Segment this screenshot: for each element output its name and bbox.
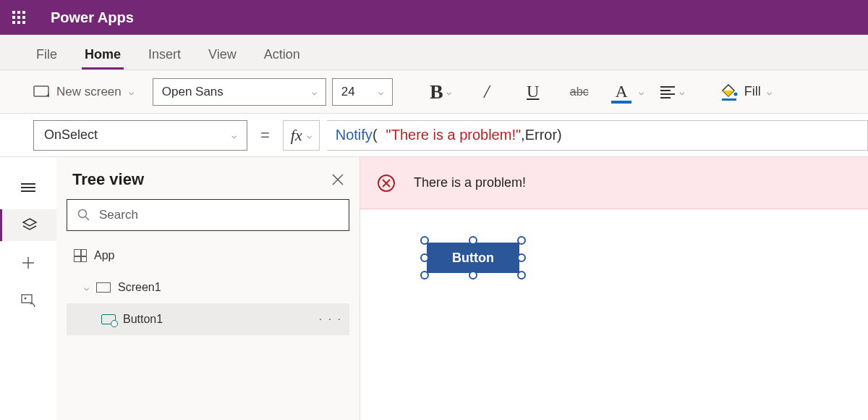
resize-handle-top-left[interactable] xyxy=(420,236,429,245)
font-size-select[interactable]: 24 ⌵ xyxy=(332,78,393,106)
resize-handle-bottom-middle[interactable] xyxy=(469,271,477,280)
tree-node-app[interactable]: App xyxy=(67,240,349,272)
bold-icon: B xyxy=(430,80,443,104)
selection-outline xyxy=(425,241,521,274)
chevron-down-icon: ⌵ xyxy=(639,87,644,97)
tree-node-screen1[interactable]: ⌵ Screen1 xyxy=(67,272,349,303)
error-icon xyxy=(376,173,396,193)
resize-handle-middle-right[interactable] xyxy=(517,253,526,262)
format-ribbon: + New screen ⌵ Open Sans ⌵ 24 ⌵ B ⌵ / U … xyxy=(0,70,868,114)
paint-bucket-icon xyxy=(720,83,739,101)
resize-handle-bottom-right[interactable] xyxy=(517,271,526,280)
formula-bar: OnSelect ⌵ = fx ⌵ Notify( "There is a pr… xyxy=(0,114,868,157)
font-size-value: 24 xyxy=(341,85,355,99)
svg-point-6 xyxy=(733,92,737,96)
left-rail xyxy=(0,157,56,420)
app-header: Power Apps xyxy=(0,0,868,35)
media-icon xyxy=(20,293,36,308)
equals-sign: = xyxy=(255,126,276,145)
screen-icon xyxy=(96,282,111,293)
resize-handle-bottom-left[interactable] xyxy=(420,271,429,280)
tree-node-button1[interactable]: Button1 · · · xyxy=(67,303,349,335)
resize-handle-top-middle[interactable] xyxy=(469,236,477,245)
app-launcher-button[interactable] xyxy=(7,6,30,29)
formula-token-id: Error xyxy=(525,127,557,143)
italic-icon: / xyxy=(484,81,489,103)
new-screen-button[interactable]: + New screen ⌵ xyxy=(33,85,134,99)
menu-insert[interactable]: Insert xyxy=(145,47,184,70)
svg-point-14 xyxy=(79,210,87,218)
tree-search-input[interactable]: Search xyxy=(67,199,349,231)
tree-node-label: Screen1 xyxy=(118,281,161,294)
font-color-icon: A xyxy=(607,77,636,106)
fx-icon: fx xyxy=(291,126,302,145)
notification-banner: There is a problem! xyxy=(360,157,868,209)
tree-view-panel: Tree view Search App ⌵ Screen1 Button1 ·… xyxy=(56,157,360,420)
svg-point-11 xyxy=(25,298,27,300)
svg-rect-7 xyxy=(722,98,736,101)
svg-text:+: + xyxy=(46,91,49,98)
menu-file[interactable]: File xyxy=(33,47,60,70)
rail-media-button[interactable] xyxy=(12,285,44,316)
app-icon xyxy=(74,249,87,262)
property-value: OnSelect xyxy=(44,127,98,143)
tree-view-close-button[interactable] xyxy=(332,174,344,185)
close-icon xyxy=(332,174,344,185)
align-button[interactable]: ⌵ xyxy=(652,77,692,106)
tree-node-label: App xyxy=(94,249,114,262)
menu-bar: File Home Insert View Action xyxy=(0,35,868,70)
font-family-select[interactable]: Open Sans ⌵ xyxy=(153,78,326,106)
menu-view[interactable]: View xyxy=(205,47,239,70)
search-icon xyxy=(77,209,90,222)
fx-menu-button[interactable]: fx ⌵ xyxy=(283,120,320,151)
formula-input[interactable]: Notify( "There is a problem!" , Error) xyxy=(327,120,868,151)
resize-handle-top-right[interactable] xyxy=(517,236,526,245)
new-screen-label: New screen xyxy=(56,85,122,99)
chevron-down-icon: ⌵ xyxy=(767,87,772,97)
new-screen-icon: + xyxy=(33,85,49,98)
canvas-area[interactable]: There is a problem! Button xyxy=(360,157,868,420)
chevron-down-icon: ⌵ xyxy=(679,87,684,97)
svg-line-15 xyxy=(85,217,89,220)
chevron-down-icon: ⌵ xyxy=(312,87,317,97)
rail-hamburger-button[interactable] xyxy=(12,172,44,203)
chevron-down-icon: ⌵ xyxy=(84,282,89,293)
formula-token-fn: Notify xyxy=(336,127,373,143)
main-body: Tree view Search App ⌵ Screen1 Button1 ·… xyxy=(0,157,868,420)
chevron-down-icon: ⌵ xyxy=(129,87,134,97)
waffle-icon xyxy=(12,11,25,24)
chevron-down-icon: ⌵ xyxy=(378,87,383,97)
formula-token-string: "There is a problem!" xyxy=(386,127,522,143)
underline-icon: U xyxy=(527,82,539,101)
menu-home[interactable]: Home xyxy=(82,47,124,70)
italic-button[interactable]: / xyxy=(467,77,507,106)
chevron-down-icon: ⌵ xyxy=(307,130,312,140)
menu-action[interactable]: Action xyxy=(261,47,303,70)
more-options-button[interactable]: · · · xyxy=(319,313,342,326)
tree-view-title: Tree view xyxy=(72,170,144,189)
strikethrough-icon: abc xyxy=(570,85,589,98)
strikethrough-button[interactable]: abc xyxy=(559,77,600,106)
align-icon xyxy=(659,85,676,99)
fill-button[interactable]: Fill ⌵ xyxy=(720,83,772,101)
fill-label: Fill xyxy=(744,84,761,99)
underline-button[interactable]: U xyxy=(513,77,553,106)
button-control-icon xyxy=(101,314,116,324)
rail-insert-button[interactable] xyxy=(12,247,44,279)
notification-text: There is a problem! xyxy=(414,175,526,190)
layers-icon xyxy=(22,217,38,233)
chevron-down-icon: ⌵ xyxy=(231,130,237,140)
plus-icon xyxy=(21,256,35,270)
svg-rect-10 xyxy=(22,295,32,303)
font-color-button[interactable]: A ⌵ xyxy=(605,77,646,106)
brand-title: Power Apps xyxy=(51,9,134,26)
bold-button[interactable]: B ⌵ xyxy=(420,77,461,106)
rail-tree-view-button[interactable] xyxy=(0,209,56,241)
search-placeholder: Search xyxy=(99,208,138,222)
hamburger-icon xyxy=(21,181,35,194)
property-select[interactable]: OnSelect ⌵ xyxy=(33,120,247,151)
resize-handle-middle-left[interactable] xyxy=(420,253,429,262)
tree-node-label: Button1 xyxy=(123,313,163,326)
font-family-value: Open Sans xyxy=(162,85,224,99)
chevron-down-icon: ⌵ xyxy=(446,87,451,97)
